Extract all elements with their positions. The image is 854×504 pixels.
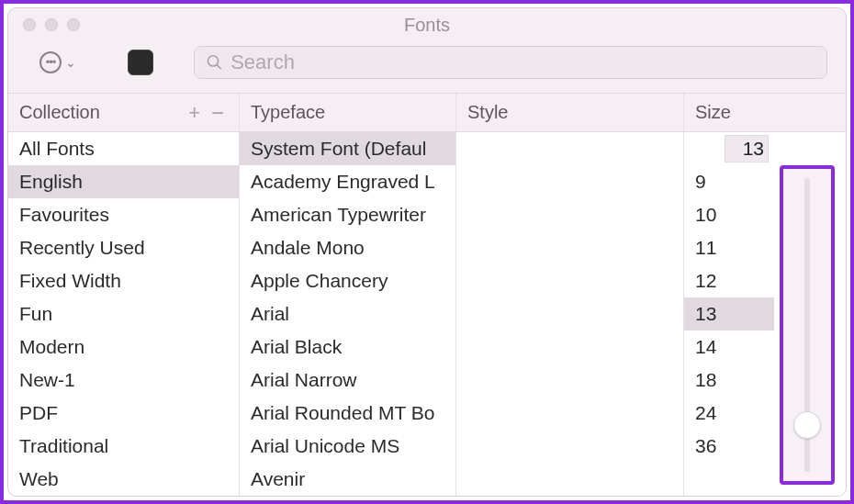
svg-point-0 xyxy=(208,56,218,66)
collection-list: All FontsEnglishFavouritesRecently UsedF… xyxy=(8,132,239,496)
collection-header[interactable]: Collection + − xyxy=(8,94,239,132)
list-item[interactable]: Avenir xyxy=(240,463,455,496)
fonts-window: Fonts ••• ⌄ Collection + − All FontsEn xyxy=(7,7,847,497)
style-list xyxy=(456,132,683,496)
size-lower: 91011121314182436 xyxy=(684,165,846,496)
list-item[interactable]: Recently Used xyxy=(8,231,239,264)
list-item[interactable]: All Fonts xyxy=(8,132,239,165)
collection-column: Collection + − All FontsEnglishFavourite… xyxy=(8,94,240,496)
collection-header-label: Collection xyxy=(19,102,100,123)
typeface-column: Typeface System Font (DefaulAcademy Engr… xyxy=(240,94,456,496)
list-item[interactable]: 10 xyxy=(684,198,774,231)
search-icon xyxy=(206,53,223,72)
list-item[interactable]: System Font (Defaul xyxy=(240,132,455,165)
minimize-window-button[interactable] xyxy=(45,18,58,31)
actions-menu-button[interactable]: ••• ⌄ xyxy=(39,51,76,73)
size-input-row xyxy=(684,132,846,165)
list-item[interactable]: 18 xyxy=(684,364,774,397)
list-item[interactable]: 9 xyxy=(684,165,774,198)
list-item[interactable]: Fun xyxy=(8,297,239,330)
color-swatch-button[interactable] xyxy=(128,50,153,75)
typeface-list: System Font (DefaulAcademy Engraved LAme… xyxy=(240,132,455,496)
style-header-label: Style xyxy=(467,102,508,123)
slider-thumb[interactable] xyxy=(793,411,821,439)
svg-line-1 xyxy=(217,64,221,69)
toolbar: ••• ⌄ xyxy=(8,41,846,93)
search-field[interactable] xyxy=(194,46,827,79)
list-item[interactable]: Web xyxy=(8,463,239,496)
size-input[interactable] xyxy=(725,135,769,162)
size-header-label: Size xyxy=(695,102,731,123)
style-header[interactable]: Style xyxy=(456,94,683,132)
close-window-button[interactable] xyxy=(23,18,36,31)
size-header[interactable]: Size xyxy=(684,94,846,132)
list-item[interactable]: Academy Engraved L xyxy=(240,165,455,198)
list-item[interactable]: Fixed Width xyxy=(8,264,239,297)
list-item[interactable]: Traditional xyxy=(8,430,239,463)
typeface-header[interactable]: Typeface xyxy=(240,94,455,132)
list-item[interactable]: Apple Chancery xyxy=(240,264,455,297)
list-item[interactable]: Arial Black xyxy=(240,330,455,364)
chevron-down-icon: ⌄ xyxy=(65,55,76,70)
list-item[interactable]: American Typewriter xyxy=(240,198,455,231)
list-item[interactable]: 36 xyxy=(684,430,774,463)
typeface-header-label: Typeface xyxy=(251,102,325,123)
ellipsis-circle-icon: ••• xyxy=(39,51,62,73)
zoom-window-button[interactable] xyxy=(67,18,80,31)
list-item[interactable]: 11 xyxy=(684,231,774,264)
remove-collection-button[interactable]: − xyxy=(211,100,224,126)
list-item[interactable]: Andale Mono xyxy=(240,231,455,264)
highlight-frame: Fonts ••• ⌄ Collection + − All FontsEn xyxy=(0,0,854,504)
window-title: Fonts xyxy=(8,15,846,36)
list-item[interactable]: English xyxy=(8,165,239,198)
traffic-lights xyxy=(8,18,80,31)
list-item[interactable]: Favourites xyxy=(8,198,239,231)
search-input[interactable] xyxy=(230,50,815,74)
title-bar: Fonts xyxy=(8,8,846,41)
columns-area: Collection + − All FontsEnglishFavourite… xyxy=(8,93,846,496)
list-item[interactable]: Modern xyxy=(8,330,239,364)
style-column: Style xyxy=(456,94,684,496)
list-item[interactable]: New-1 xyxy=(8,364,239,397)
size-column: Size 91011121314182436 xyxy=(684,94,846,496)
list-item[interactable]: Arial xyxy=(240,297,455,330)
list-item[interactable]: Arial Unicode MS xyxy=(240,430,455,463)
list-item[interactable]: 14 xyxy=(684,330,774,364)
size-slider[interactable] xyxy=(780,165,835,485)
size-list: 91011121314182436 xyxy=(684,165,774,496)
list-item[interactable]: Arial Rounded MT Bo xyxy=(240,397,455,430)
list-item[interactable]: 12 xyxy=(684,264,774,297)
list-item[interactable]: PDF xyxy=(8,397,239,430)
add-collection-button[interactable]: + xyxy=(188,101,200,125)
list-item[interactable]: 24 xyxy=(684,397,774,430)
list-item[interactable]: 13 xyxy=(684,297,774,330)
list-item[interactable]: Arial Narrow xyxy=(240,364,455,397)
